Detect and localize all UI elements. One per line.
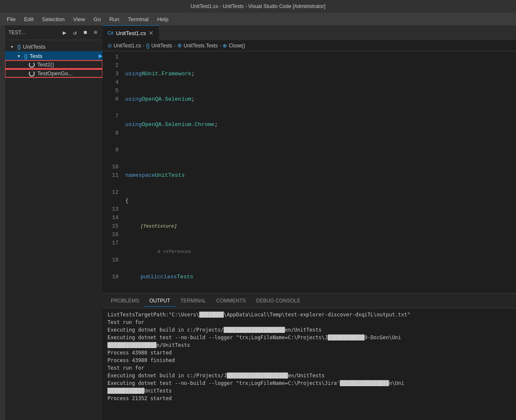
chevron-down-icon-tests: ▾ [15, 52, 22, 59]
tree-label-testopengoogle: TestOpenGo... [37, 70, 102, 77]
main-layout: TEST... ▶ ↺ ■ ≡ ▾ {} UnitTests ▾ {} Test… [0, 25, 516, 420]
breadcrumb-class: UnitTests.Tests [184, 43, 218, 49]
breadcrumb-sep-2: › [174, 43, 176, 49]
title-bar: UnitTest1.cs - UnitTests - Visual Studio… [0, 0, 516, 13]
namespace-icon: {} [15, 43, 23, 50]
breadcrumb-label-file: UnitTest1.cs [113, 43, 141, 49]
breadcrumb: ⊙ UnitTest1.cs › {} UnitTests › ⚙ UnitTe… [102, 40, 516, 51]
panel-tab-problems[interactable]: PROBLEMS [106, 295, 144, 307]
run-icon[interactable]: ▶ [61, 28, 68, 37]
menu-bar: FileEditSelectionViewGoRunTerminalHelp [0, 13, 516, 25]
breadcrumb-method-icon: ⊕ [223, 43, 227, 49]
tree-item-tests[interactable]: ▾ {} Tests ▶ [5, 51, 102, 60]
editor-area: C# UnitTest1.cs ✕ ⊙ UnitTest1.cs › {} Un… [102, 25, 516, 420]
breadcrumb-sep-3: › [219, 43, 221, 49]
sidebar: TEST... ▶ ↺ ■ ≡ ▾ {} UnitTests ▾ {} Test… [5, 25, 102, 420]
menu-item-selection[interactable]: Selection [39, 14, 68, 24]
code-line-4 [124, 146, 516, 154]
line-numbers: 1 2 3 4 5 6 7 8 9 10 11 12 13 14 15 16 1… [102, 51, 124, 293]
breadcrumb-namespace: UnitTests [151, 43, 172, 49]
tree-item-test2[interactable]: Test2() [5, 60, 102, 69]
activity-bar [0, 25, 5, 420]
code-line-1: using NUnit.Framework; [124, 70, 516, 78]
panel-tab-output[interactable]: OUTPUT [144, 295, 175, 307]
panel-area: PROBLEMS OUTPUT TERMINAL COMMENTS DEBUG … [102, 293, 516, 420]
menu-item-terminal[interactable]: Terminal [124, 14, 152, 24]
tab-unittest1[interactable]: C# UnitTest1.cs ✕ [102, 25, 159, 40]
code-area[interactable]: 1 2 3 4 5 6 7 8 9 10 11 12 13 14 15 16 1… [102, 51, 516, 293]
tree-label-unittests: UnitTests [23, 44, 102, 50]
tree-item-unittests[interactable]: ▾ {} UnitTests [5, 42, 102, 51]
code-line-5: namespace UnitTests [124, 171, 516, 180]
sidebar-toolbar: TEST... ▶ ↺ ■ ≡ [5, 25, 102, 40]
refresh-icon[interactable]: ↺ [72, 28, 78, 37]
panel-output[interactable]: ListTestsTargetPath:"C:\Users\████████\A… [102, 308, 516, 420]
sidebar-toolbar-label: TEST... [8, 30, 58, 36]
tab-file-icon: C# [108, 30, 113, 36]
tree-label-test2: Test2() [37, 61, 102, 68]
panel-tabs: PROBLEMS OUTPUT TERMINAL COMMENTS DEBUG … [102, 294, 516, 308]
code-line-7-refs: 0 references [124, 247, 516, 256]
breadcrumb-class-icon: ⚙ [177, 43, 182, 49]
code-editor[interactable]: using NUnit.Framework; using OpenQA.Sele… [124, 51, 516, 293]
tree-item-testopengoogle[interactable]: TestOpenGo... [5, 69, 102, 77]
class-icon: {} [22, 52, 30, 60]
menu-icon[interactable]: ≡ [92, 28, 99, 37]
code-line-7-meta: [TestFixture] [124, 222, 516, 231]
breadcrumb-namespace-icon: {} [146, 43, 149, 49]
menu-item-run[interactable]: Run [106, 14, 123, 24]
code-line-6: { [124, 197, 516, 205]
tab-close-button[interactable]: ✕ [149, 30, 154, 36]
menu-item-go[interactable]: Go [90, 14, 104, 24]
menu-item-file[interactable]: File [3, 14, 19, 24]
code-line-3: using OpenQA.Selenium.Chrome; [124, 121, 516, 129]
panel-tab-comments[interactable]: COMMENTS [211, 295, 251, 307]
menu-item-view[interactable]: View [70, 14, 88, 24]
code-line-8: public class Tests [124, 273, 516, 281]
window-title: UnitTest1.cs - UnitTests - Visual Studio… [190, 3, 326, 9]
code-line-2: using OpenQA.Selenium; [124, 95, 516, 104]
breadcrumb-method: Close() [229, 43, 245, 49]
breadcrumb-part-file: ⊙ [108, 43, 112, 49]
menu-item-help[interactable]: Help [154, 14, 172, 24]
chevron-down-icon: ▾ [8, 43, 15, 50]
tree-label-tests: Tests [30, 53, 97, 59]
panel-tab-debug-console[interactable]: DEBUG CONSOLE [251, 295, 306, 307]
menu-item-edit[interactable]: Edit [21, 14, 37, 24]
sidebar-tree: ▾ {} UnitTests ▾ {} Tests ▶ Test2() Test… [5, 40, 102, 420]
panel-tab-terminal[interactable]: TERMINAL [175, 295, 211, 307]
tab-bar: C# UnitTest1.cs ✕ [102, 25, 516, 40]
tab-label: UnitTest1.cs [116, 30, 146, 36]
play-tests-button[interactable]: ▶ [99, 53, 102, 59]
stop-icon[interactable]: ■ [82, 28, 88, 37]
loading-icon-testopengoogle [29, 71, 35, 77]
loading-icon-test2 [29, 62, 35, 68]
breadcrumb-sep-1: › [143, 43, 144, 49]
